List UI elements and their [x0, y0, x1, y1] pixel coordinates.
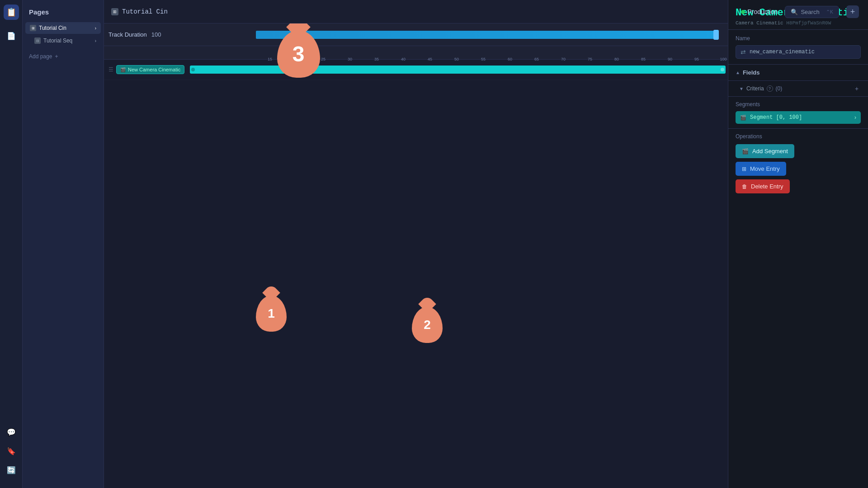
fields-label: Fields	[743, 69, 760, 76]
icon-bar: 📋 📄 💬 🔖 🔄	[0, 0, 23, 488]
global-topbar: Production 🔍 Search ⌃K +	[732, 0, 868, 23]
add-segment-icon: 🎬	[742, 148, 749, 155]
delete-entry-label: Delete Entry	[751, 183, 783, 190]
name-label: Name	[736, 35, 861, 42]
discord-icon-btn[interactable]: 💬	[5, 425, 18, 439]
hamburger-icon[interactable]: ☰	[108, 66, 113, 73]
search-icon: 🔍	[791, 9, 798, 15]
video-icon: 🎬	[120, 67, 126, 72]
discord-icon: 💬	[7, 428, 16, 436]
search-shortcut: ⌃K	[826, 9, 833, 15]
sidebar: Pages ⊞ Tutorial Cin › ⊟ Tutorial Seq › …	[23, 0, 104, 488]
pages-icon-btn[interactable]: 📄	[5, 29, 18, 42]
add-button[interactable]: +	[846, 5, 859, 18]
page-icon: ⊞	[30, 25, 36, 31]
name-section: Name ⇄ new_camera_cinematic	[728, 30, 868, 65]
sidebar-item-tutorial-seq[interactable]: ⊟ Tutorial Seq ›	[25, 35, 101, 47]
segments-label: Segments	[736, 101, 861, 108]
segment-item[interactable]: 🎬 Segment [0, 100] ›	[736, 111, 861, 124]
track-row: ☰ 🎬 New Camera Cinematic	[104, 60, 728, 80]
drop-shape-2: 2	[412, 307, 443, 343]
add-page-label: Add page	[29, 53, 52, 60]
drop-number-1: 1	[268, 306, 275, 321]
scrubber-bar[interactable]	[256, 31, 719, 39]
segments-section: Segments 🎬 Segment [0, 100] ›	[728, 97, 868, 129]
annotation-1: 1	[255, 294, 287, 333]
move-entry-label: Move Entry	[750, 165, 780, 172]
search-label: Search	[801, 9, 819, 15]
add-segment-button[interactable]: 🎬 Add Segment	[736, 144, 794, 158]
operations-section: Operations 🎬 Add Segment ⊞ Move Entry 🗑 …	[728, 129, 868, 202]
fields-header[interactable]: ▲ Fields	[728, 65, 868, 81]
annotation-2: 2	[411, 305, 443, 344]
drop-number-2: 2	[424, 318, 431, 332]
refresh-icon: 🔄	[7, 466, 16, 474]
sidebar-item-label-0: Tutorial Cin	[39, 25, 66, 31]
annotation-drop-2: 2	[411, 305, 443, 344]
delete-entry-button[interactable]: 🗑 Delete Entry	[736, 179, 790, 193]
logo-icon: 📋	[6, 7, 16, 17]
production-indicator: Production	[741, 8, 778, 15]
criteria-count: (0)	[776, 85, 783, 92]
operations-label: Operations	[736, 133, 861, 140]
timeline-ruler: 1520253035404550556065707580859095100	[104, 46, 728, 60]
seq-icon: ⊟	[34, 38, 41, 44]
timeline-area: Track Duration 100 152025303540455055606…	[104, 23, 728, 488]
criteria-label: Criteria	[746, 85, 764, 92]
sidebar-header: Pages	[23, 5, 104, 19]
track-chip-label: New Camera Cinematic	[128, 67, 180, 72]
add-page-button[interactable]: Add page +	[23, 51, 104, 62]
timeline-canvas: 1 2	[104, 274, 728, 488]
track-timeline	[190, 60, 728, 80]
production-status-dot	[741, 10, 745, 14]
search-bar[interactable]: 🔍 Search ⌃K	[785, 6, 839, 18]
track-bar-dot-right	[721, 68, 724, 71]
drop-shape-1: 1	[256, 296, 287, 332]
track-label: ☰ 🎬 New Camera Cinematic	[104, 65, 190, 74]
bookmark-icon-btn[interactable]: 🔖	[5, 444, 18, 458]
criteria-add-button[interactable]: +	[853, 84, 861, 93]
annotation-drop-1: 1	[255, 294, 287, 333]
tracks-container: ☰ 🎬 New Camera Cinematic	[104, 60, 728, 274]
timeline-header: Track Duration 100	[104, 23, 728, 46]
name-field[interactable]: ⇄ new_camera_cinematic	[736, 45, 861, 59]
app-logo: 📋	[4, 5, 19, 20]
refresh-icon-btn[interactable]: 🔄	[5, 463, 18, 477]
move-entry-button[interactable]: ⊞ Move Entry	[736, 162, 786, 176]
track-bar-dot-left	[191, 68, 195, 71]
segment-arrow-icon: ›	[854, 114, 856, 121]
top-bar-page-title: Tutorial Cin	[122, 8, 168, 15]
pages-icon: 📄	[7, 32, 16, 40]
bookmark-icon: 🔖	[7, 447, 16, 455]
track-duration-label: Track Duration	[108, 31, 147, 38]
scrubber-handle[interactable]	[713, 30, 719, 40]
add-segment-label: Add Segment	[752, 148, 788, 155]
name-field-value: new_camera_cinematic	[750, 49, 815, 55]
main-content: ⊞ Tutorial Cin Track Duration 100 152025…	[104, 0, 728, 488]
add-icon: +	[850, 7, 855, 17]
top-bar-page-icon: ⊞	[111, 8, 118, 15]
segment-video-icon: 🎬	[740, 115, 746, 121]
criteria-info-icon: ?	[767, 85, 773, 92]
track-chip[interactable]: 🎬 New Camera Cinematic	[116, 65, 184, 74]
sidebar-item-label-1: Tutorial Seq	[43, 38, 72, 44]
criteria-chevron-icon: ▼	[739, 86, 744, 91]
segment-item-label: Segment [0, 100]	[750, 114, 851, 121]
track-duration-value: 100	[151, 31, 161, 38]
fields-chevron-icon: ▲	[736, 70, 740, 75]
right-panel: New Camera Cinematic Camera Cinematic H8…	[728, 0, 868, 488]
criteria-row[interactable]: ▼ Criteria ? (0) +	[728, 81, 868, 97]
add-page-icon: +	[55, 53, 58, 60]
chevron-right-icon: ›	[95, 26, 96, 31]
track-bar[interactable]	[190, 66, 726, 74]
chevron-right-icon-2: ›	[95, 38, 96, 43]
delete-entry-icon: 🗑	[742, 183, 747, 190]
move-entry-icon: ⊞	[742, 166, 746, 172]
production-label: Production	[748, 8, 778, 15]
sidebar-item-tutorial-cin[interactable]: ⊞ Tutorial Cin ›	[25, 22, 101, 34]
top-bar: ⊞ Tutorial Cin	[104, 0, 728, 23]
name-field-icon: ⇄	[741, 48, 746, 56]
